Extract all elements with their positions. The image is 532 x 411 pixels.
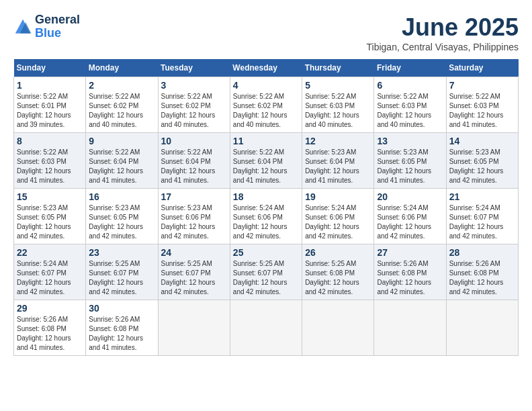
day-number: 25 xyxy=(233,247,299,258)
day-info: Sunrise: 5:22 AMSunset: 6:02 PMDaylight:… xyxy=(89,92,154,130)
header-wednesday: Wednesday xyxy=(230,59,302,77)
calendar-row: 1Sunrise: 5:22 AMSunset: 6:01 PMDaylight… xyxy=(14,77,519,133)
table-cell: 9Sunrise: 5:22 AMSunset: 6:04 PMDaylight… xyxy=(86,133,158,189)
day-info: Sunrise: 5:22 AMSunset: 6:02 PMDaylight:… xyxy=(161,92,227,130)
calendar-row: 8Sunrise: 5:22 AMSunset: 6:03 PMDaylight… xyxy=(14,133,519,189)
day-number: 24 xyxy=(161,247,227,258)
table-cell: 13Sunrise: 5:23 AMSunset: 6:05 PMDayligh… xyxy=(374,133,446,189)
table-cell xyxy=(302,300,374,356)
weekday-header-row: Sunday Monday Tuesday Wednesday Thursday… xyxy=(14,59,519,77)
day-number: 8 xyxy=(17,136,83,146)
day-info: Sunrise: 5:22 AMSunset: 6:04 PMDaylight:… xyxy=(161,148,227,185)
table-cell: 10Sunrise: 5:22 AMSunset: 6:04 PMDayligh… xyxy=(158,133,230,189)
day-info: Sunrise: 5:25 AMSunset: 6:08 PMDaylight:… xyxy=(305,259,371,297)
day-number: 27 xyxy=(377,247,443,258)
day-info: Sunrise: 5:25 AMSunset: 6:07 PMDaylight:… xyxy=(89,259,154,297)
table-cell: 19Sunrise: 5:24 AMSunset: 6:06 PMDayligh… xyxy=(302,189,374,244)
day-number: 14 xyxy=(449,136,515,146)
table-cell: 22Sunrise: 5:24 AMSunset: 6:07 PMDayligh… xyxy=(14,244,86,300)
day-number: 18 xyxy=(233,191,299,202)
day-number: 26 xyxy=(305,247,371,258)
day-number: 23 xyxy=(89,247,154,258)
day-number: 13 xyxy=(377,136,443,146)
day-number: 10 xyxy=(161,136,227,146)
day-info: Sunrise: 5:26 AMSunset: 6:08 PMDaylight:… xyxy=(17,315,83,353)
day-info: Sunrise: 5:22 AMSunset: 6:03 PMDaylight:… xyxy=(377,92,443,130)
day-info: Sunrise: 5:23 AMSunset: 6:06 PMDaylight:… xyxy=(161,203,227,241)
table-cell: 16Sunrise: 5:23 AMSunset: 6:05 PMDayligh… xyxy=(86,189,158,244)
day-info: Sunrise: 5:24 AMSunset: 6:06 PMDaylight:… xyxy=(377,203,443,241)
header-sunday: Sunday xyxy=(14,59,86,77)
table-cell xyxy=(374,300,446,356)
day-info: Sunrise: 5:24 AMSunset: 6:06 PMDaylight:… xyxy=(305,203,371,241)
day-info: Sunrise: 5:26 AMSunset: 6:08 PMDaylight:… xyxy=(449,259,515,297)
table-cell: 5Sunrise: 5:22 AMSunset: 6:03 PMDaylight… xyxy=(302,77,374,133)
table-cell: 12Sunrise: 5:23 AMSunset: 6:04 PMDayligh… xyxy=(302,133,374,189)
day-number: 15 xyxy=(17,191,83,202)
header-monday: Monday xyxy=(86,59,158,77)
month-title: June 2025 xyxy=(367,13,519,42)
day-number: 21 xyxy=(449,191,515,202)
day-info: Sunrise: 5:23 AMSunset: 6:05 PMDaylight:… xyxy=(449,148,515,185)
day-info: Sunrise: 5:24 AMSunset: 6:07 PMDaylight:… xyxy=(449,203,515,241)
table-cell: 20Sunrise: 5:24 AMSunset: 6:06 PMDayligh… xyxy=(374,189,446,244)
day-number: 11 xyxy=(233,136,299,146)
day-number: 12 xyxy=(305,136,371,146)
table-cell: 18Sunrise: 5:24 AMSunset: 6:06 PMDayligh… xyxy=(230,189,302,244)
table-cell: 4Sunrise: 5:22 AMSunset: 6:02 PMDaylight… xyxy=(230,77,302,133)
table-cell: 29Sunrise: 5:26 AMSunset: 6:08 PMDayligh… xyxy=(14,300,86,356)
table-cell: 30Sunrise: 5:26 AMSunset: 6:08 PMDayligh… xyxy=(86,300,158,356)
table-cell: 26Sunrise: 5:25 AMSunset: 6:08 PMDayligh… xyxy=(302,244,374,300)
day-info: Sunrise: 5:26 AMSunset: 6:08 PMDaylight:… xyxy=(89,315,154,353)
day-info: Sunrise: 5:23 AMSunset: 6:05 PMDaylight:… xyxy=(377,148,443,185)
day-number: 2 xyxy=(89,80,154,91)
table-cell: 15Sunrise: 5:23 AMSunset: 6:05 PMDayligh… xyxy=(14,189,86,244)
table-cell xyxy=(158,300,230,356)
logo-text: General Blue xyxy=(35,13,80,40)
calendar-row: 29Sunrise: 5:26 AMSunset: 6:08 PMDayligh… xyxy=(14,300,519,356)
table-cell: 7Sunrise: 5:22 AMSunset: 6:03 PMDaylight… xyxy=(446,77,518,133)
table-cell: 28Sunrise: 5:26 AMSunset: 6:08 PMDayligh… xyxy=(446,244,518,300)
table-cell: 25Sunrise: 5:25 AMSunset: 6:07 PMDayligh… xyxy=(230,244,302,300)
day-number: 5 xyxy=(305,80,371,91)
day-info: Sunrise: 5:22 AMSunset: 6:01 PMDaylight:… xyxy=(17,92,83,130)
table-cell: 14Sunrise: 5:23 AMSunset: 6:05 PMDayligh… xyxy=(446,133,518,189)
day-info: Sunrise: 5:25 AMSunset: 6:07 PMDaylight:… xyxy=(161,259,227,297)
calendar-row: 22Sunrise: 5:24 AMSunset: 6:07 PMDayligh… xyxy=(14,244,519,300)
table-cell: 6Sunrise: 5:22 AMSunset: 6:03 PMDaylight… xyxy=(374,77,446,133)
table-cell: 23Sunrise: 5:25 AMSunset: 6:07 PMDayligh… xyxy=(86,244,158,300)
title-area: June 2025 Tibigan, Central Visayas, Phil… xyxy=(367,13,519,52)
day-number: 6 xyxy=(377,80,443,91)
header: General Blue June 2025 Tibigan, Central … xyxy=(13,13,519,52)
table-cell xyxy=(230,300,302,356)
day-number: 30 xyxy=(89,303,154,314)
table-cell xyxy=(446,300,518,356)
day-info: Sunrise: 5:22 AMSunset: 6:03 PMDaylight:… xyxy=(17,148,83,185)
logo-icon xyxy=(13,17,32,36)
header-tuesday: Tuesday xyxy=(158,59,230,77)
day-info: Sunrise: 5:22 AMSunset: 6:04 PMDaylight:… xyxy=(233,148,299,185)
location: Tibigan, Central Visayas, Philippines xyxy=(367,42,519,52)
day-number: 16 xyxy=(89,191,154,202)
calendar-table: Sunday Monday Tuesday Wednesday Thursday… xyxy=(13,59,519,356)
day-number: 19 xyxy=(305,191,371,202)
day-info: Sunrise: 5:26 AMSunset: 6:08 PMDaylight:… xyxy=(377,259,443,297)
day-number: 28 xyxy=(449,247,515,258)
day-number: 20 xyxy=(377,191,443,202)
day-info: Sunrise: 5:24 AMSunset: 6:07 PMDaylight:… xyxy=(17,259,83,297)
header-thursday: Thursday xyxy=(302,59,374,77)
day-info: Sunrise: 5:23 AMSunset: 6:04 PMDaylight:… xyxy=(305,148,371,185)
table-cell: 27Sunrise: 5:26 AMSunset: 6:08 PMDayligh… xyxy=(374,244,446,300)
table-cell: 2Sunrise: 5:22 AMSunset: 6:02 PMDaylight… xyxy=(86,77,158,133)
table-cell: 8Sunrise: 5:22 AMSunset: 6:03 PMDaylight… xyxy=(14,133,86,189)
table-cell: 21Sunrise: 5:24 AMSunset: 6:07 PMDayligh… xyxy=(446,189,518,244)
day-number: 22 xyxy=(17,247,83,258)
day-info: Sunrise: 5:23 AMSunset: 6:05 PMDaylight:… xyxy=(17,203,83,241)
header-saturday: Saturday xyxy=(446,59,518,77)
day-number: 17 xyxy=(161,191,227,202)
logo: General Blue xyxy=(13,13,80,40)
day-number: 7 xyxy=(449,80,515,91)
day-info: Sunrise: 5:22 AMSunset: 6:02 PMDaylight:… xyxy=(233,92,299,130)
day-info: Sunrise: 5:24 AMSunset: 6:06 PMDaylight:… xyxy=(233,203,299,241)
day-number: 3 xyxy=(161,80,227,91)
